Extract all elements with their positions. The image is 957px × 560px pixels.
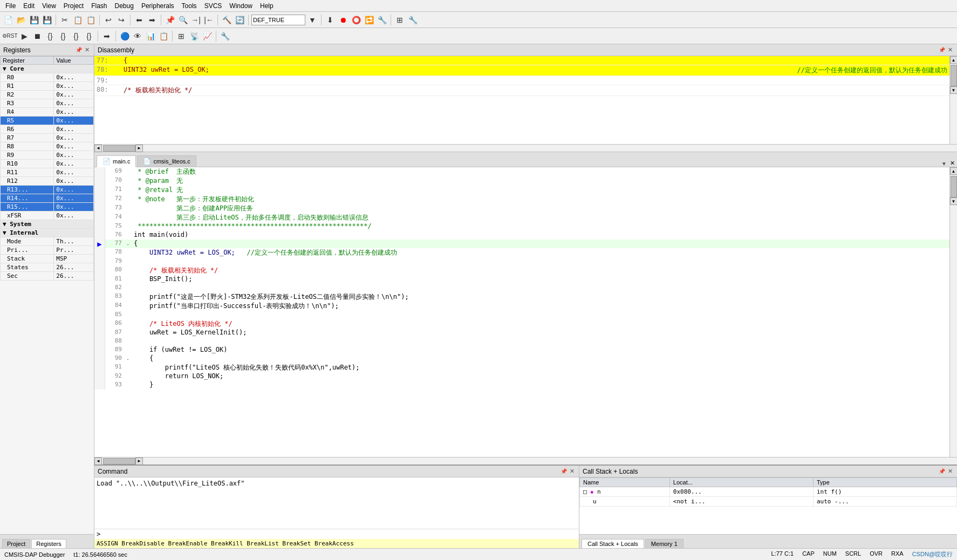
fold-button[interactable] bbox=[124, 248, 132, 257]
tab-main-c[interactable]: 📄 main.c bbox=[97, 155, 136, 167]
cut-btn[interactable]: ✂ bbox=[59, 14, 71, 26]
breakpoints-btn[interactable]: 🔵 bbox=[119, 30, 131, 42]
editor-scroll-thumb[interactable] bbox=[951, 176, 957, 197]
tab-cmsis-c[interactable]: 📄 cmsis_liteos.c bbox=[137, 155, 196, 167]
bookmark-btn[interactable]: 📌 bbox=[164, 14, 176, 26]
register-row[interactable]: R4 0x... bbox=[1, 108, 94, 117]
editor-scroll-up[interactable]: ▲ bbox=[950, 167, 958, 175]
editor-scroll-right[interactable]: ► bbox=[135, 457, 143, 465]
register-row[interactable]: R3 0x... bbox=[1, 99, 94, 108]
fold-button[interactable] bbox=[124, 372, 132, 381]
register-row[interactable]: R14... 0x... bbox=[1, 194, 94, 203]
disasm-pin-icon[interactable]: 📌 bbox=[939, 47, 945, 53]
register-row[interactable]: R10 0x... bbox=[1, 160, 94, 168]
layout-btn[interactable]: ⊞ bbox=[175, 30, 187, 42]
unindent-btn[interactable]: |← bbox=[203, 14, 215, 26]
more-btn[interactable]: 🔧 bbox=[407, 14, 419, 26]
fold-button[interactable] bbox=[124, 257, 132, 266]
fwd-btn[interactable]: ➡ bbox=[146, 14, 158, 26]
register-row[interactable]: R8 0x... bbox=[1, 142, 94, 151]
disasm-scrollbar-v[interactable]: ▲ ▼ bbox=[949, 56, 957, 144]
close-disasm-btn[interactable]: ✕ bbox=[946, 46, 954, 54]
tab-registers[interactable]: Registers bbox=[31, 539, 66, 548]
editor-scrollbar-h[interactable]: ◄ ► bbox=[94, 457, 957, 465]
register-row[interactable]: Sec 26... bbox=[1, 272, 94, 281]
save-all-btn[interactable]: 💾 bbox=[41, 14, 53, 26]
fold-button[interactable] bbox=[124, 311, 132, 319]
register-row[interactable]: R6 0x... bbox=[1, 125, 94, 134]
register-row[interactable]: xFSR 0x... bbox=[1, 211, 94, 220]
disasm-scroll-right[interactable]: ► bbox=[135, 145, 143, 152]
indent-btn[interactable]: →| bbox=[190, 14, 202, 26]
fold-button[interactable] bbox=[124, 329, 132, 337]
debug-btn[interactable]: ⏺ bbox=[337, 14, 349, 26]
tools2-btn[interactable]: 🔧 bbox=[219, 30, 231, 42]
menu-edit[interactable]: Edit bbox=[20, 1, 38, 11]
trace-btn[interactable]: 📈 bbox=[201, 30, 213, 42]
disasm-hscroll-thumb[interactable] bbox=[103, 145, 135, 152]
fold-button[interactable] bbox=[124, 204, 132, 213]
fold-button[interactable] bbox=[124, 363, 132, 372]
menu-help[interactable]: Help bbox=[257, 1, 277, 11]
disasm-scroll-down[interactable]: ▼ bbox=[950, 86, 958, 94]
fold-button[interactable] bbox=[124, 213, 132, 222]
fold-button[interactable] bbox=[124, 346, 132, 354]
register-row[interactable]: R5 0x... bbox=[1, 117, 94, 125]
show-next-btn[interactable]: ➡ bbox=[101, 30, 113, 42]
register-row[interactable]: R1 0x... bbox=[1, 82, 94, 91]
fold-button[interactable] bbox=[124, 292, 132, 302]
memory-btn[interactable]: 📊 bbox=[145, 30, 156, 42]
cs-tab-memory[interactable]: Memory 1 bbox=[645, 539, 683, 548]
menu-debug[interactable]: Debug bbox=[112, 1, 137, 11]
menu-svcs[interactable]: SVCS bbox=[201, 1, 225, 11]
fold-button[interactable] bbox=[124, 381, 132, 390]
pin-icon[interactable]: 📌 bbox=[76, 47, 82, 53]
register-row[interactable]: R12 0x... bbox=[1, 177, 94, 186]
register-row[interactable]: R11 0x... bbox=[1, 168, 94, 177]
disasm-scroll-thumb[interactable] bbox=[951, 65, 957, 86]
options-btn[interactable]: ▼ bbox=[306, 14, 318, 26]
editor-scrollbar-v[interactable]: ▲ ▼ bbox=[949, 167, 957, 457]
register-row[interactable]: R2 0x... bbox=[1, 91, 94, 99]
rst-btn[interactable]: ⚙RST bbox=[2, 30, 17, 42]
register-row[interactable]: Stack MSP bbox=[1, 255, 94, 263]
registers2-btn[interactable]: 📋 bbox=[158, 30, 169, 42]
cs-expand-0[interactable]: □ ◆ n bbox=[580, 487, 670, 497]
menu-tools[interactable]: Tools bbox=[179, 1, 200, 11]
register-row[interactable]: R0 0x... bbox=[1, 73, 94, 82]
disasm-content[interactable]: 77: { 78: UINT32 uwRet = LOS_OK; //定义一个任… bbox=[94, 56, 949, 144]
disasm-scroll-up[interactable]: ▲ bbox=[950, 56, 958, 64]
menu-project[interactable]: Project bbox=[60, 1, 87, 11]
register-row[interactable]: Mode Th... bbox=[1, 237, 94, 246]
cs-tab-callstack[interactable]: Call Stack + Locals bbox=[582, 539, 644, 548]
stop2-btn[interactable]: ⏹ bbox=[31, 30, 43, 42]
reg-group-system[interactable]: ▼ System bbox=[1, 220, 94, 229]
menu-view[interactable]: View bbox=[39, 1, 59, 11]
register-row[interactable]: Pri... Pr... bbox=[1, 246, 94, 255]
find-btn[interactable]: 🔍 bbox=[177, 14, 189, 26]
cmd-autocomplete[interactable]: ASSIGN BreakDisable BreakEnable BreakKil… bbox=[94, 539, 579, 548]
menu-file[interactable]: File bbox=[2, 1, 19, 11]
close-tab-btn[interactable]: ✕ bbox=[950, 160, 955, 167]
paste-btn[interactable]: 📋 bbox=[85, 14, 97, 26]
copy-btn[interactable]: 📋 bbox=[72, 14, 84, 26]
download-btn[interactable]: ⬇ bbox=[324, 14, 336, 26]
command-content[interactable]: Load "..\\..\\Output\\Fire_LiteOS.axf" bbox=[94, 477, 579, 529]
undo-btn[interactable]: ↩ bbox=[102, 14, 114, 26]
disasm-scrollbar-h[interactable]: ◄ ► bbox=[94, 144, 957, 152]
periph-btn[interactable]: 📡 bbox=[188, 30, 200, 42]
settings-btn[interactable]: 🔧 bbox=[376, 14, 388, 26]
register-row[interactable]: R7 0x... bbox=[1, 134, 94, 142]
rebuild-btn[interactable]: 🔄 bbox=[234, 14, 245, 26]
editor-scroll-down[interactable]: ▼ bbox=[950, 197, 958, 205]
cs-expand-1[interactable]: u bbox=[580, 497, 670, 507]
fold-button[interactable] bbox=[124, 302, 132, 311]
back-btn[interactable]: ⬅ bbox=[133, 14, 145, 26]
register-row[interactable]: States 26... bbox=[1, 263, 94, 272]
fold-button[interactable] bbox=[124, 275, 132, 284]
reg-group-core[interactable]: ▼ Core bbox=[1, 65, 94, 73]
fold-button[interactable] bbox=[124, 186, 132, 195]
run-btn[interactable]: ▶ bbox=[18, 30, 30, 42]
build-btn[interactable]: 🔨 bbox=[221, 14, 233, 26]
open-file-btn[interactable]: 📂 bbox=[15, 14, 27, 26]
